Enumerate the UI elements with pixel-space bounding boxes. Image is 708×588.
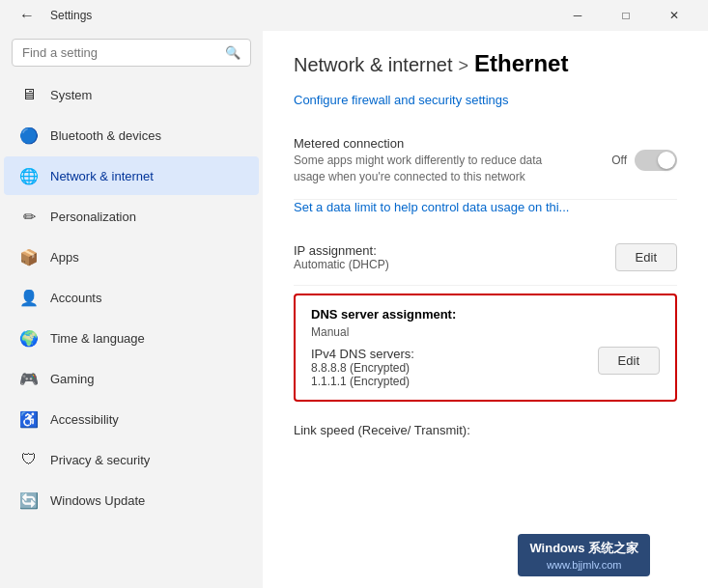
sidebar-item-label-privacy: Privacy & security bbox=[50, 453, 150, 467]
link-speed-label: Link speed (Receive/ Transmit): bbox=[294, 423, 470, 437]
breadcrumb-separator: > bbox=[459, 56, 469, 76]
dns-box: DNS server assignment: Manual IPv4 DNS s… bbox=[294, 294, 677, 402]
sidebar-item-gaming[interactable]: 🎮 Gaming bbox=[4, 359, 259, 398]
time-icon: 🌍 bbox=[19, 328, 39, 348]
watermark-url: www.bjjmlv.com bbox=[547, 559, 621, 571]
dns-server-2: 1.1.1.1 (Encrypted) bbox=[311, 375, 598, 388]
sidebar-item-label-accounts: Accounts bbox=[50, 291, 101, 305]
dns-title: DNS server assignment: bbox=[311, 307, 660, 322]
sidebar-item-accounts[interactable]: 👤 Accounts bbox=[4, 278, 259, 317]
title-bar-left: ← Settings bbox=[12, 3, 92, 28]
sidebar: 🔍 🖥 System 🔵 Bluetooth & devices 🌐 Netwo… bbox=[0, 31, 263, 588]
watermark-title: Windows 系统之家 bbox=[529, 540, 638, 557]
minimize-button[interactable]: ─ bbox=[555, 0, 600, 31]
firewall-link[interactable]: Configure firewall and security settings bbox=[294, 93, 677, 107]
breadcrumb-parent: Network & internet bbox=[294, 54, 453, 76]
sidebar-item-label-accessibility: Accessibility bbox=[50, 412, 119, 427]
network-icon: 🌐 bbox=[19, 166, 39, 185]
dns-edit-button[interactable]: Edit bbox=[598, 347, 660, 375]
sidebar-item-apps[interactable]: 📦 Apps bbox=[4, 238, 259, 276]
privacy-icon: 🛡 bbox=[19, 450, 39, 469]
content-body: Configure firewall and security settings… bbox=[263, 93, 708, 451]
sidebar-item-label-time: Time & language bbox=[50, 331, 145, 346]
gaming-icon: 🎮 bbox=[19, 369, 39, 388]
metered-connection-desc: Some apps might work differently to redu… bbox=[294, 153, 545, 185]
dns-servers-info: IPv4 DNS servers: 8.8.8.8 (Encrypted) 1.… bbox=[311, 347, 598, 388]
app-container: 🔍 🖥 System 🔵 Bluetooth & devices 🌐 Netwo… bbox=[0, 31, 708, 588]
dns-subtitle: Manual bbox=[311, 325, 660, 339]
sidebar-item-label-apps: Apps bbox=[50, 250, 79, 265]
maximize-button[interactable]: □ bbox=[604, 0, 648, 31]
ip-assignment-row: IP assignment: Automatic (DHCP) Edit bbox=[294, 230, 677, 286]
breadcrumb: Network & internet > Ethernet bbox=[263, 31, 708, 93]
ip-assignment-value: Automatic (DHCP) bbox=[294, 258, 389, 271]
toggle-knob bbox=[658, 152, 675, 169]
close-button[interactable]: ✕ bbox=[652, 0, 696, 31]
system-icon: 🖥 bbox=[19, 85, 39, 104]
content-area: Network & internet > Ethernet Configure … bbox=[263, 31, 708, 588]
title-bar: ← Settings ─ □ ✕ bbox=[0, 0, 708, 31]
sidebar-item-label-personalization: Personalization bbox=[50, 210, 136, 224]
metered-toggle[interactable] bbox=[635, 150, 677, 171]
apps-icon: 📦 bbox=[19, 247, 39, 266]
sidebar-item-personalization[interactable]: ✏ Personalization bbox=[4, 197, 259, 236]
sidebar-item-network[interactable]: 🌐 Network & internet bbox=[4, 156, 259, 195]
title-bar-title: Settings bbox=[50, 9, 92, 22]
bluetooth-icon: 🔵 bbox=[19, 126, 39, 145]
metered-connection-info: Metered connection Some apps might work … bbox=[294, 136, 611, 185]
search-icon: 🔍 bbox=[225, 45, 241, 60]
data-limit-link[interactable]: Set a data limit to help control data us… bbox=[294, 200, 677, 214]
link-speed-row: Link speed (Receive/ Transmit): bbox=[294, 409, 677, 451]
title-bar-controls: ─ □ ✕ bbox=[555, 0, 696, 31]
sidebar-item-label-network: Network & internet bbox=[50, 169, 154, 183]
ip-info: IP assignment: Automatic (DHCP) bbox=[294, 243, 389, 271]
sidebar-item-label-gaming: Gaming bbox=[50, 372, 95, 386]
dns-row: IPv4 DNS servers: 8.8.8.8 (Encrypted) 1.… bbox=[311, 347, 660, 388]
ip-assignment-label: IP assignment: bbox=[294, 243, 389, 258]
sidebar-item-bluetooth[interactable]: 🔵 Bluetooth & devices bbox=[4, 116, 259, 154]
sidebar-item-label-system: System bbox=[50, 88, 92, 102]
accounts-icon: 👤 bbox=[19, 288, 39, 307]
dns-ipv4-label: IPv4 DNS servers: bbox=[311, 347, 598, 361]
toggle-off-label: Off bbox=[611, 154, 627, 167]
metered-connection-control: Off bbox=[611, 150, 677, 171]
sidebar-item-time[interactable]: 🌍 Time & language bbox=[4, 319, 259, 357]
metered-connection-label: Metered connection bbox=[294, 136, 611, 151]
update-icon: 🔄 bbox=[19, 490, 39, 510]
search-input[interactable] bbox=[22, 45, 217, 60]
breadcrumb-current: Ethernet bbox=[474, 50, 568, 77]
ip-edit-button[interactable]: Edit bbox=[615, 243, 677, 271]
sidebar-item-privacy[interactable]: 🛡 Privacy & security bbox=[4, 440, 259, 479]
watermark: Windows 系统之家 www.bjjmlv.com bbox=[518, 534, 650, 576]
sidebar-item-system[interactable]: 🖥 System bbox=[4, 75, 259, 114]
back-button[interactable]: ← bbox=[12, 3, 42, 28]
sidebar-item-label-bluetooth: Bluetooth & devices bbox=[50, 128, 161, 143]
accessibility-icon: ♿ bbox=[19, 409, 39, 429]
personalization-icon: ✏ bbox=[19, 207, 39, 226]
dns-server-1: 8.8.8.8 (Encrypted) bbox=[311, 361, 598, 375]
search-box[interactable]: 🔍 bbox=[12, 39, 251, 67]
metered-connection-row: Metered connection Some apps might work … bbox=[294, 123, 677, 200]
sidebar-item-label-update: Windows Update bbox=[50, 493, 145, 508]
sidebar-item-update[interactable]: 🔄 Windows Update bbox=[4, 481, 259, 519]
sidebar-item-accessibility[interactable]: ♿ Accessibility bbox=[4, 400, 259, 438]
